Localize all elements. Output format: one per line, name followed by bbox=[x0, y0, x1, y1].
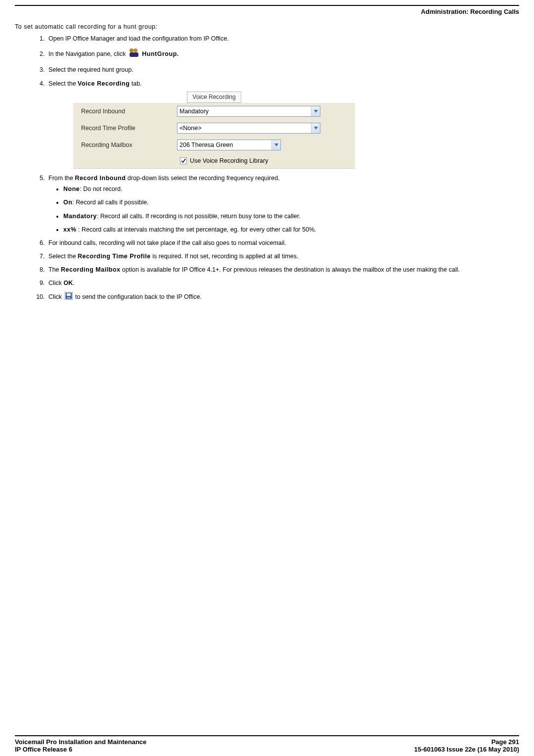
step-5-pre: From the bbox=[48, 175, 75, 182]
step-9-pre: Click bbox=[48, 280, 64, 286]
step-1-text: Open IP Office Manager and load the conf… bbox=[48, 35, 229, 42]
step-6-text: For inbound calls, recording will not ta… bbox=[48, 239, 286, 246]
save-icon bbox=[65, 292, 73, 302]
intro-heading: To set automatic call recording for a hu… bbox=[15, 22, 519, 31]
step-7-pre: Select the bbox=[48, 253, 78, 260]
svg-point-0 bbox=[130, 48, 134, 52]
checkbox-use-vrl-label: Use Voice Recording Library bbox=[190, 156, 268, 165]
bullet-mandatory: Mandatory: Record all calls. If recordin… bbox=[63, 212, 519, 221]
footer-left-1: Voicemail Pro Installation and Maintenan… bbox=[15, 738, 146, 746]
row-use-vrl: Use Voice Recording Library bbox=[73, 153, 355, 168]
select-record-inbound-value: Mandatory bbox=[179, 107, 209, 116]
select-record-inbound[interactable]: Mandatory bbox=[177, 106, 320, 117]
step-4: Select the Voice Recording tab. Voice Re… bbox=[46, 79, 519, 169]
page-footer: Voicemail Pro Installation and Maintenan… bbox=[15, 735, 519, 753]
row-recording-mailbox: Recording Mailbox 206 Theresa Green bbox=[73, 137, 355, 153]
svg-rect-2 bbox=[130, 52, 138, 57]
row-record-time-profile: Record Time Profile <None> bbox=[73, 120, 355, 137]
label-recording-mailbox: Recording Mailbox bbox=[78, 141, 177, 149]
step-4-post: tab. bbox=[130, 80, 141, 87]
step-6: For inbound calls, recording will not ta… bbox=[46, 238, 519, 247]
step-5-bullets: None: Do not record. On: Record all call… bbox=[48, 185, 519, 234]
step-8: The Recording Mailbox option is availabl… bbox=[46, 265, 519, 274]
svg-point-1 bbox=[134, 48, 137, 52]
chevron-down-icon bbox=[271, 140, 280, 150]
step-4-pre: Select the bbox=[48, 80, 78, 87]
svg-rect-5 bbox=[67, 293, 71, 296]
step-2-pre: In the Navigation pane, click bbox=[48, 50, 128, 57]
svg-rect-6 bbox=[67, 297, 70, 298]
bullet-on: On: Record all calls if possible. bbox=[63, 198, 519, 207]
bullet-none: None: Do not record. bbox=[63, 185, 519, 193]
bullet-xx-text: : Record calls at intervals matching the… bbox=[77, 226, 316, 233]
bullet-xx: xx% : Record calls at intervals matching… bbox=[63, 225, 519, 234]
step-2-post: HuntGroup. bbox=[142, 50, 178, 57]
header-section-title: Administration: Recording Calls bbox=[0, 6, 534, 22]
chevron-down-icon bbox=[311, 123, 320, 133]
step-5: From the Record Inbound drop-down lists … bbox=[46, 174, 519, 234]
footer-right-2: 15-601063 Issue 22e (16 May 2010) bbox=[414, 746, 520, 753]
step-8-post: option is available for IP Office 4.1+. … bbox=[120, 266, 459, 273]
voice-recording-panel: Voice Recording Record Inbound Mandatory… bbox=[73, 90, 355, 169]
bullet-xx-bold: xx% bbox=[63, 226, 77, 233]
step-9-post: . bbox=[73, 280, 74, 286]
step-3: Select the required hunt group. bbox=[46, 65, 519, 74]
step-9: Click OK. bbox=[46, 279, 519, 287]
step-5-bold: Record Inbound bbox=[75, 175, 126, 182]
row-record-inbound: Record Inbound Mandatory bbox=[73, 103, 355, 120]
step-8-pre: The bbox=[48, 266, 61, 273]
bullet-none-text: : Do not record. bbox=[80, 186, 122, 192]
bullet-mandatory-text: : Record all calls. If recording is not … bbox=[97, 213, 301, 220]
tab-row: Voice Recording bbox=[73, 90, 355, 103]
bullet-on-text: : Record all calls if possible. bbox=[72, 199, 148, 206]
tab-voice-recording[interactable]: Voice Recording bbox=[187, 92, 241, 103]
label-record-inbound: Record Inbound bbox=[78, 107, 177, 116]
checkbox-use-vrl[interactable] bbox=[180, 157, 187, 164]
label-record-time-profile: Record Time Profile bbox=[78, 124, 177, 133]
step-2: In the Navigation pane, click HuntGroup. bbox=[46, 47, 519, 61]
step-10: Click to send the configuration back to … bbox=[46, 292, 519, 302]
select-recording-mailbox[interactable]: 206 Theresa Green bbox=[177, 140, 281, 150]
step-1: Open IP Office Manager and load the conf… bbox=[46, 34, 519, 43]
step-10-post: to send the configuration back to the IP… bbox=[75, 293, 202, 300]
bullet-none-bold: None bbox=[63, 186, 80, 192]
bullet-on-bold: On bbox=[63, 199, 72, 206]
select-recording-mailbox-value: 206 Theresa Green bbox=[179, 141, 233, 149]
step-7-post: is required. If not set, recording is ap… bbox=[151, 253, 299, 260]
step-7-bold: Recording Time Profile bbox=[78, 253, 151, 260]
step-9-bold: OK bbox=[64, 280, 73, 286]
step-10-pre: Click bbox=[48, 293, 64, 300]
chevron-down-icon bbox=[311, 106, 320, 116]
footer-left-2: IP Office Release 6 bbox=[15, 746, 146, 753]
step-list: Open IP Office Manager and load the conf… bbox=[15, 34, 519, 302]
select-record-time-profile-value: <None> bbox=[179, 124, 201, 133]
bullet-mandatory-bold: Mandatory bbox=[63, 213, 97, 220]
select-record-time-profile[interactable]: <None> bbox=[177, 123, 320, 134]
step-5-post: drop-down lists select the recording fre… bbox=[126, 175, 279, 182]
step-4-bold: Voice Recording bbox=[78, 80, 130, 87]
huntgroup-icon bbox=[128, 47, 140, 61]
step-3-text: Select the required hunt group. bbox=[48, 66, 134, 73]
footer-right-1: Page 291 bbox=[414, 738, 520, 746]
step-7: Select the Recording Time Profile is req… bbox=[46, 252, 519, 261]
step-8-bold: Recording Mailbox bbox=[61, 266, 120, 273]
